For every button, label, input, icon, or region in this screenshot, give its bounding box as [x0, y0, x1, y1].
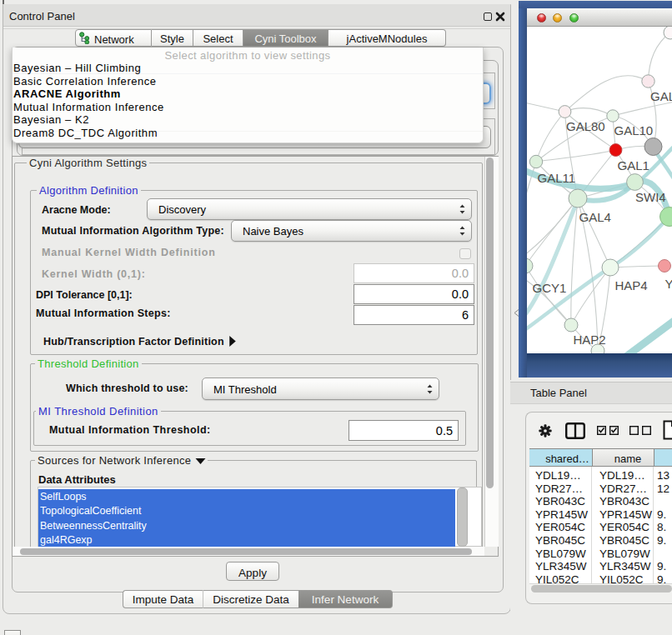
svg-text:GAL10: GAL10: [614, 123, 654, 138]
svg-text:HAP2: HAP2: [574, 332, 606, 347]
svg-text:GAL4: GAL4: [579, 210, 611, 224]
svg-text:GAL80: GAL80: [566, 119, 605, 133]
svg-text:GAL: GAL: [650, 89, 672, 103]
svg-text:GCY1: GCY1: [533, 281, 567, 295]
svg-text:GAL11: GAL11: [538, 171, 576, 185]
svg-text:SWI4: SWI4: [635, 190, 666, 204]
svg-text:Y: Y: [665, 277, 672, 291]
svg-text:GAL1: GAL1: [618, 158, 649, 172]
svg-text:HAP4: HAP4: [615, 278, 648, 292]
